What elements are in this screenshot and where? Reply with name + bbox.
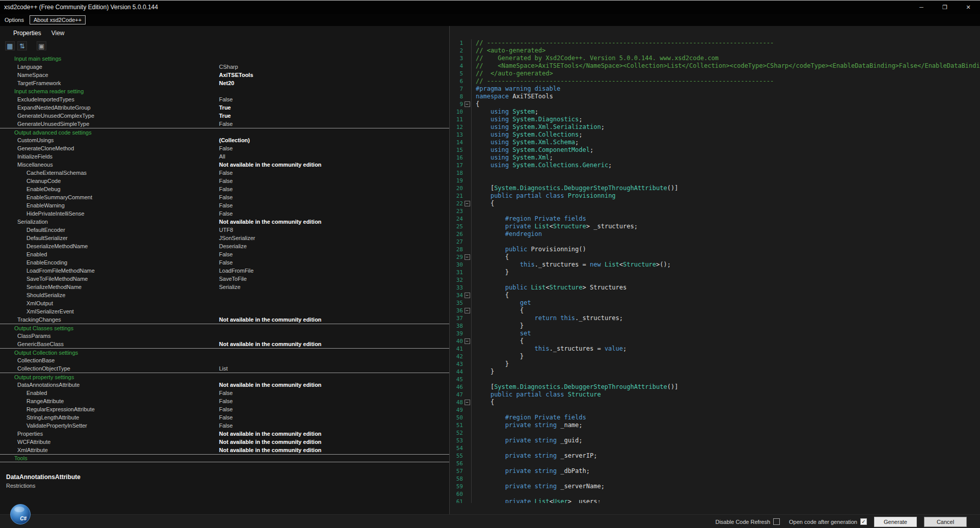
code-text[interactable]: using System.Xml.Serialization; bbox=[472, 123, 605, 131]
property-row[interactable]: ExcludeImportedTypesFalse bbox=[0, 95, 449, 103]
property-row[interactable]: ValidatePropertyInSetterFalse bbox=[0, 421, 449, 430]
property-row[interactable]: DefaultEncoderUTF8 bbox=[0, 226, 449, 234]
code-text[interactable]: { bbox=[472, 337, 524, 345]
property-row[interactable]: PropertiesNot available in the community… bbox=[0, 430, 449, 438]
property-value[interactable]: False bbox=[219, 186, 233, 192]
code-text[interactable]: private string _serverName; bbox=[472, 483, 605, 490]
property-row[interactable]: ExpandNestedAttributeGroupTrue bbox=[0, 103, 449, 112]
code-text[interactable]: } bbox=[472, 368, 494, 376]
property-value[interactable]: LoadFromFile bbox=[219, 268, 254, 274]
code-text[interactable]: { bbox=[472, 399, 494, 406]
fold-marker-icon[interactable]: − bbox=[465, 400, 470, 405]
category-row[interactable]: Input main settings bbox=[0, 55, 449, 63]
property-value[interactable]: False bbox=[219, 259, 233, 266]
code-text[interactable]: public partial class Structure bbox=[472, 391, 601, 399]
category-row[interactable]: Output property settings bbox=[0, 373, 449, 381]
code-text[interactable]: // <auto-generated> bbox=[472, 47, 546, 55]
tab-about[interactable]: About xsd2Code++ bbox=[30, 15, 86, 24]
property-value[interactable]: Not available in the community edition bbox=[219, 341, 321, 347]
code-text[interactable]: namespace AxiTSETools bbox=[472, 93, 553, 100]
code-text[interactable]: #endregion bbox=[472, 230, 542, 238]
property-row[interactable]: LanguageCSharp bbox=[0, 63, 449, 71]
code-text[interactable]: return this._structures; bbox=[472, 314, 623, 322]
tab-properties[interactable]: Properties bbox=[13, 30, 41, 37]
property-value[interactable]: Not available in the community edition bbox=[219, 431, 321, 437]
code-text[interactable]: private string _dbPath; bbox=[472, 467, 590, 475]
property-row[interactable]: WCFAttributeNot available in the communi… bbox=[0, 438, 449, 446]
property-value[interactable]: Not available in the community edition bbox=[219, 447, 321, 453]
property-value[interactable]: Not available in the community edition bbox=[219, 439, 321, 445]
property-value[interactable]: Not available in the community edition bbox=[219, 316, 321, 323]
property-row[interactable]: GenerateUnusedSimpleTypeFalse bbox=[0, 120, 449, 128]
property-row[interactable]: DeserializeMethodNameDeserialize bbox=[0, 242, 449, 250]
property-row[interactable]: EnableSummaryCommentFalse bbox=[0, 193, 449, 201]
fold-marker-icon[interactable]: − bbox=[465, 338, 470, 344]
code-text[interactable]: // -------------------------------------… bbox=[472, 77, 774, 85]
code-text[interactable]: // Generated by Xsd2Code++. Version 5.0.… bbox=[472, 55, 719, 62]
menu-options[interactable]: Options bbox=[0, 15, 29, 24]
code-text[interactable]: { bbox=[472, 253, 509, 261]
code-text[interactable]: #region Private fields bbox=[472, 215, 586, 223]
property-row[interactable]: CleanupCodeFalse bbox=[0, 177, 449, 185]
fold-marker-icon[interactable]: − bbox=[465, 254, 470, 260]
property-row[interactable]: InitializeFieldsAll bbox=[0, 152, 449, 161]
disable-refresh-checkbox[interactable] bbox=[773, 518, 780, 525]
code-text[interactable]: #region Private fields bbox=[472, 414, 586, 421]
property-row[interactable]: SerializationNot available in the commun… bbox=[0, 218, 449, 226]
code-text[interactable]: } bbox=[472, 353, 524, 360]
fold-marker-icon[interactable]: − bbox=[465, 201, 470, 206]
category-row[interactable]: Output advanced code settings bbox=[0, 128, 449, 136]
code-text[interactable] bbox=[472, 177, 476, 184]
property-row[interactable]: EnableEncodingFalse bbox=[0, 258, 449, 267]
code-editor[interactable]: 1// ------------------------------------… bbox=[450, 26, 980, 514]
property-row[interactable]: CacheExternalSchemasFalse bbox=[0, 169, 449, 177]
code-text[interactable]: // <NameSpace>AxiTSETools</NameSpace><Co… bbox=[472, 62, 980, 70]
close-button[interactable]: ✕ bbox=[957, 1, 980, 14]
property-value[interactable]: False bbox=[219, 202, 233, 208]
code-text[interactable] bbox=[472, 460, 476, 467]
code-text[interactable]: public Provisionning() bbox=[472, 246, 586, 253]
property-value[interactable]: SaveToFile bbox=[219, 276, 247, 282]
code-text[interactable]: private string _serverIP; bbox=[472, 452, 597, 460]
property-row[interactable]: RangeAttributeFalse bbox=[0, 397, 449, 405]
property-value[interactable]: AxiTSETools bbox=[219, 72, 253, 78]
property-value[interactable]: True bbox=[219, 104, 231, 111]
property-value[interactable]: False bbox=[219, 406, 233, 412]
restore-button[interactable]: ❐ bbox=[933, 1, 957, 14]
property-row[interactable]: ClassParams bbox=[0, 332, 449, 340]
code-text[interactable] bbox=[472, 238, 476, 246]
property-row[interactable]: TargetFrameworkNet20 bbox=[0, 79, 449, 87]
generate-button[interactable]: Generate bbox=[874, 517, 917, 527]
property-row[interactable]: StringLengthAttributeFalse bbox=[0, 413, 449, 421]
code-text[interactable] bbox=[472, 490, 476, 498]
property-row[interactable]: ShouldSerialize bbox=[0, 291, 449, 299]
code-text[interactable]: } bbox=[472, 322, 524, 330]
code-text[interactable]: public partial class Provisionning bbox=[472, 192, 616, 200]
code-text[interactable]: using System.Collections; bbox=[472, 131, 583, 139]
minimize-button[interactable]: ─ bbox=[910, 1, 933, 14]
code-text[interactable]: using System; bbox=[472, 108, 538, 116]
property-row[interactable]: DataAnnotationsAttributeNot available in… bbox=[0, 381, 449, 389]
property-value[interactable]: False bbox=[219, 96, 233, 102]
property-row[interactable]: HidePrivateIntelliSenseFalse bbox=[0, 209, 449, 218]
property-value[interactable]: Net20 bbox=[219, 80, 234, 86]
code-text[interactable]: private List<Structure> _structures; bbox=[472, 223, 638, 230]
property-value[interactable]: False bbox=[219, 251, 233, 257]
code-text[interactable] bbox=[472, 207, 476, 215]
code-text[interactable]: // -------------------------------------… bbox=[472, 39, 774, 47]
code-text[interactable]: { bbox=[472, 100, 479, 108]
code-text[interactable]: this._structures = value; bbox=[472, 345, 627, 353]
code-text[interactable]: using System.Diagnostics; bbox=[472, 116, 583, 123]
code-text[interactable]: get bbox=[472, 299, 531, 307]
category-row[interactable]: Input schema reader setting bbox=[0, 87, 449, 95]
code-text[interactable]: this._structures = new List<Structure>()… bbox=[472, 261, 671, 269]
property-value[interactable]: False bbox=[219, 170, 233, 176]
code-text[interactable]: set bbox=[472, 330, 531, 337]
code-text[interactable]: using System.Xml; bbox=[472, 154, 553, 162]
property-value[interactable]: False bbox=[219, 145, 233, 151]
property-row[interactable]: SaveToFileMethodNameSaveToFile bbox=[0, 275, 449, 283]
code-text[interactable]: #pragma warning disable bbox=[472, 85, 560, 93]
property-value[interactable]: Serialize bbox=[219, 284, 240, 290]
fold-marker-icon[interactable]: − bbox=[465, 293, 470, 298]
code-text[interactable]: { bbox=[472, 292, 509, 299]
